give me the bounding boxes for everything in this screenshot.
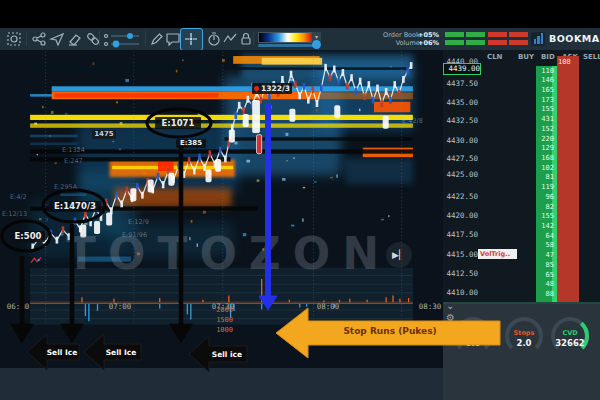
draw-pencil-icon[interactable]	[149, 31, 165, 47]
eraser-icon[interactable]	[67, 31, 83, 47]
sell-ice-label-2: Sell Ice	[101, 348, 141, 357]
faint-exec-label: E:295A	[54, 183, 77, 191]
bookmap-logo-icon	[531, 32, 545, 46]
gauge-value: 0.0	[452, 338, 494, 348]
ladder-header-cln: CLN	[487, 53, 502, 61]
flow-bar-green	[466, 32, 485, 37]
price-axis-label: 4425.00	[443, 170, 478, 179]
top-strip	[0, 0, 600, 28]
bid-size-value: 82	[536, 203, 554, 211]
price-axis-label: 4410.00	[443, 288, 478, 297]
bid-size-value: 165	[536, 86, 554, 94]
bookmap-logo-text: BOOKMAP	[549, 33, 600, 44]
flow-bar-red	[509, 40, 528, 45]
volume-label: Volume:	[378, 39, 422, 47]
voltrig-alert-badge: VolTrig..	[478, 249, 517, 259]
annotation-label-e500: E:500	[11, 231, 45, 242]
heatmap-chart[interactable]: TOTOZON 1322/3 1475 E:385 E:1071 E:1470/…	[0, 50, 443, 368]
toolbar-divider	[145, 31, 146, 46]
flow-bar-red	[488, 40, 507, 45]
annotation-label-e1470: E:1470/3	[49, 201, 101, 212]
heatmap-palette[interactable]	[258, 32, 312, 43]
time-axis-label: 08:00	[317, 302, 340, 311]
volume-slider-knob[interactable]	[312, 40, 321, 49]
zigzag-icon[interactable]	[222, 31, 238, 47]
bid-size-value: 119	[536, 183, 554, 191]
price-axis-label: 4422.50	[443, 192, 478, 201]
bid-size-value: 110	[536, 67, 554, 75]
gauges-panel: ⌄ ⚙ Icebergs 0.0 Stops 2.0 CVD 32662	[443, 302, 600, 400]
toolbar: ▾ Order Book: +05% Volume: +06% BOOKMAP	[0, 28, 600, 51]
time-axis-label: 07:00	[109, 302, 132, 311]
time-axis-label: 06:30	[7, 302, 30, 311]
ladder-header-bid: BID	[541, 53, 555, 61]
ladder-header-buy: BUY	[518, 53, 534, 61]
toolbar-divider	[99, 31, 100, 46]
subchart-scale-label: 2000	[203, 306, 233, 314]
bid-size-value: 168	[536, 154, 554, 162]
bid-size-value: 48	[536, 280, 554, 288]
subchart-scale-label: 1000	[203, 326, 233, 334]
faint-exec-label: E:12/13	[2, 210, 27, 218]
capture-icon[interactable]	[6, 31, 22, 47]
ask-depth-column[interactable]	[557, 56, 579, 302]
lock-icon[interactable]	[238, 31, 254, 47]
price-axis-label: 4437.50	[443, 79, 478, 88]
dom-ladder-panel: CLN BUY BID ASK SELL 108 4440.004437.504…	[443, 50, 600, 302]
red-dot-icon	[254, 86, 259, 91]
faint-exec-label: E:1324	[62, 146, 85, 154]
faint-exec-label: E:4/2	[10, 193, 27, 201]
volume-value: +06%	[418, 39, 438, 47]
bid-size-value: 96	[536, 193, 554, 201]
timer-icon[interactable]	[206, 31, 222, 47]
stop-runs-label: Stop Runs (Pukes)	[310, 326, 470, 336]
chevron-down-icon[interactable]: ⌄	[446, 300, 454, 311]
faint-exec-label: E:247	[64, 157, 83, 165]
faint-exec-label: E:12/9	[128, 218, 149, 226]
order-book-label: Order Book:	[378, 31, 422, 39]
gauge-label: Stops	[503, 329, 545, 337]
annotation-chip-1322: 1322/3	[252, 83, 292, 94]
price-axis-label: 4432.50	[443, 116, 478, 125]
order-book-value: +05%	[418, 31, 438, 39]
gauge-value: 32662	[549, 338, 591, 348]
comment-icon[interactable]	[165, 31, 181, 47]
gauge-value: 2.0	[503, 338, 545, 348]
bid-size-value: 146	[536, 76, 554, 84]
bid-size-value: 64	[536, 232, 554, 240]
crosshair-tool-active[interactable]	[180, 28, 203, 51]
volume-slider[interactable]	[258, 44, 320, 47]
flow-bar-red	[509, 32, 528, 37]
bid-size-value: 155	[536, 105, 554, 113]
annotation-chip-1475: 1475	[92, 130, 116, 139]
gauge-icebergs: Icebergs 0.0	[452, 315, 494, 357]
gauge-stops: Stops 2.0	[503, 315, 545, 357]
bid-size-value: 220	[536, 135, 554, 143]
faint-exec-label: E:42/8	[402, 117, 423, 125]
annotation-chip-e385: E:385	[176, 139, 206, 148]
bottom-panel	[0, 368, 443, 400]
faint-exec-label: E:91/96	[122, 231, 147, 239]
send-icon[interactable]	[49, 31, 65, 47]
replay-play-icon[interactable]: ▶▏	[386, 242, 412, 268]
ask-size-value: 108	[558, 58, 576, 66]
opacity-sliders-icon[interactable]	[103, 31, 143, 47]
flow-bar-green	[466, 40, 485, 45]
gauge-cvd: CVD 32662	[549, 315, 591, 357]
price-axis-label: 4415.00	[443, 250, 478, 259]
subchart-scale-label: 1500	[203, 316, 233, 324]
price-axis-label: 4417.50	[443, 230, 478, 239]
toolbar-divider	[26, 31, 27, 46]
bid-size-value: 152	[536, 125, 554, 133]
flow-bar-green	[445, 32, 464, 37]
bid-size-value: 81	[536, 173, 554, 181]
current-price-badge: 4439.00	[443, 63, 481, 75]
share-icon[interactable]	[31, 31, 47, 47]
price-axis-label: 4420.00	[443, 211, 478, 220]
bid-size-value: 142	[536, 222, 554, 230]
bid-size-value: 88	[536, 290, 554, 298]
sell-ice-label-1: Sell Ice	[44, 348, 80, 357]
bid-size-value: 155	[536, 212, 554, 220]
gauge-label: CVD	[549, 329, 591, 337]
price-axis-label: 4427.50	[443, 154, 478, 163]
